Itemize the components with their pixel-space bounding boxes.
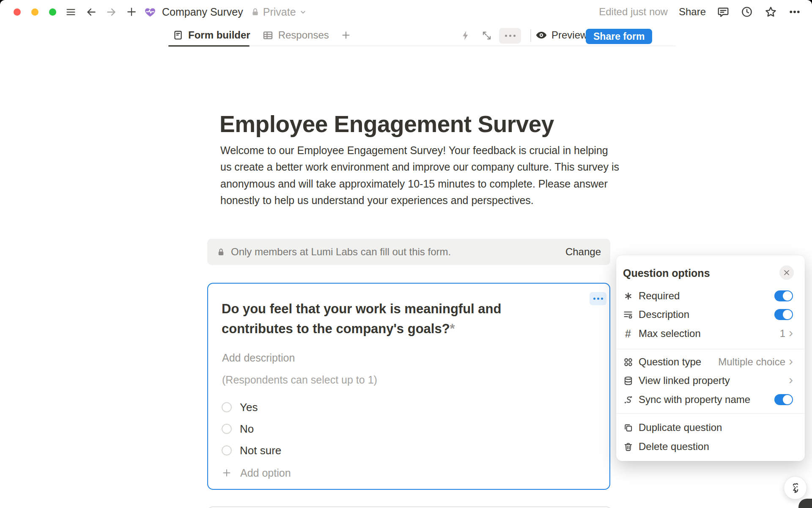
chevron-right-icon: › <box>789 329 793 337</box>
privacy-selector[interactable]: Private <box>251 6 307 18</box>
close-window-button[interactable] <box>14 8 21 16</box>
description-lines-icon <box>622 309 634 320</box>
titlebar: Company Survey Private Edited just now S… <box>0 0 812 24</box>
option-circles-icon <box>622 357 634 367</box>
row-delete-question[interactable]: Delete question <box>616 437 805 456</box>
access-notice-text: Only members at Lumi Labs can fill out t… <box>231 246 451 258</box>
description-toggle-on[interactable] <box>774 309 793 320</box>
new-tab-button[interactable] <box>126 6 137 18</box>
chevron-right-icon: › <box>789 375 793 384</box>
required-toggle-on[interactable] <box>774 290 793 301</box>
row-label: Max selection <box>639 328 701 340</box>
popup-divider <box>616 349 805 349</box>
automations-button[interactable] <box>460 30 471 41</box>
notion-ai-button[interactable] <box>784 476 807 500</box>
row-required[interactable]: Required <box>616 287 805 305</box>
row-label: Question type <box>639 356 701 368</box>
form-document-icon <box>173 30 184 41</box>
eye-icon <box>535 29 547 41</box>
option-row-yes[interactable]: Yes <box>222 399 258 416</box>
expand-button[interactable] <box>481 30 492 41</box>
row-view-linked-property[interactable]: View linked property › <box>616 371 805 390</box>
row-label: Required <box>639 290 680 302</box>
tab-responses[interactable]: Responses <box>262 29 329 41</box>
option-label: Yes <box>240 401 258 414</box>
lock-icon <box>217 248 225 257</box>
breadcrumb-page-title[interactable]: Company Survey <box>162 6 243 18</box>
plus-icon <box>222 468 232 478</box>
hash-icon: # <box>622 328 634 340</box>
tab-form-builder-label: Form builder <box>188 29 250 41</box>
arrow-right-icon <box>106 6 117 18</box>
sync-icon <box>622 395 634 405</box>
comments-button[interactable] <box>717 6 730 18</box>
add-view-button[interactable] <box>341 30 351 40</box>
page-title[interactable]: Employee Engagement Survey <box>219 110 617 138</box>
question-description-placeholder[interactable]: Add description <box>222 352 295 364</box>
tab-form-builder[interactable]: Form builder <box>173 29 250 41</box>
toolbar-divider <box>530 29 531 42</box>
arrow-left-icon <box>85 6 97 18</box>
option-row-not-sure[interactable]: Not sure <box>222 442 281 459</box>
question-type-value: Multiple choice <box>718 356 785 368</box>
hamburger-icon <box>65 6 77 18</box>
lightning-icon <box>460 30 471 41</box>
close-popup-button[interactable] <box>779 265 794 280</box>
trash-icon <box>622 442 634 452</box>
page-emoji-heart-pulse-icon <box>144 6 156 18</box>
option-label: No <box>240 422 254 436</box>
duplicate-icon <box>622 423 634 433</box>
row-question-type[interactable]: Question type Multiple choice› <box>616 353 805 371</box>
selection-limit-hint: (Respondents can select up to 1) <box>222 374 377 386</box>
view-options-button[interactable] <box>499 28 521 44</box>
row-description[interactable]: Description <box>616 305 805 324</box>
close-icon <box>783 269 790 276</box>
chevron-right-icon: › <box>789 357 793 365</box>
more-options-button[interactable] <box>788 6 801 18</box>
minimize-window-button[interactable] <box>31 8 38 16</box>
option-row-no[interactable]: No <box>222 420 254 437</box>
history-button[interactable] <box>741 6 753 18</box>
star-icon <box>764 6 777 19</box>
form-description[interactable]: Welcome to our Employee Engagement Surve… <box>220 142 622 209</box>
nav-back-button[interactable] <box>85 6 97 18</box>
row-label: Duplicate question <box>639 422 722 433</box>
question-menu-button[interactable] <box>590 292 606 305</box>
option-label: Not sure <box>240 444 281 457</box>
lock-icon <box>251 8 260 17</box>
chevron-down-icon <box>299 8 307 16</box>
tab-responses-label: Responses <box>278 29 329 41</box>
question-title[interactable]: Do you feel that your work is meaningful… <box>222 299 556 339</box>
radio-button[interactable] <box>222 424 232 434</box>
radio-button[interactable] <box>222 445 232 456</box>
preview-button[interactable]: Preview <box>535 24 587 47</box>
zoom-window-button[interactable] <box>49 8 56 16</box>
row-max-selection[interactable]: # Max selection 1› <box>616 324 805 343</box>
popup-title: Question options <box>623 267 710 279</box>
table-icon <box>262 30 274 41</box>
change-access-button[interactable]: Change <box>565 246 601 258</box>
share-form-button[interactable]: Share form <box>586 29 652 44</box>
ai-face-icon <box>789 481 802 495</box>
privacy-label: Private <box>263 6 296 18</box>
sidebar-toggle-button[interactable] <box>65 6 77 18</box>
preview-label: Preview <box>551 29 587 41</box>
share-button[interactable]: Share <box>679 6 706 18</box>
sync-toggle-on[interactable] <box>774 394 793 405</box>
clock-icon <box>741 6 753 18</box>
view-tab-bar: Form builder Responses Preview Share for… <box>0 24 812 47</box>
favorite-button[interactable] <box>764 6 777 19</box>
row-duplicate-question[interactable]: Duplicate question <box>616 418 805 437</box>
dark-corner-element <box>798 499 812 508</box>
edited-timestamp: Edited just now <box>599 6 668 18</box>
row-sync-property-name[interactable]: Sync with property name <box>616 390 805 409</box>
add-option-button[interactable]: Add option <box>222 464 291 481</box>
question-card[interactable]: Do you feel that your work is meaningful… <box>207 283 610 490</box>
notion-window: Company Survey Private Edited just now S… <box>0 0 812 508</box>
plus-icon <box>126 6 137 17</box>
radio-button[interactable] <box>222 402 232 412</box>
next-question-card-edge[interactable] <box>207 506 612 508</box>
ellipsis-icon <box>788 6 801 18</box>
row-label: Delete question <box>639 441 709 453</box>
nav-forward-button[interactable] <box>105 6 117 18</box>
